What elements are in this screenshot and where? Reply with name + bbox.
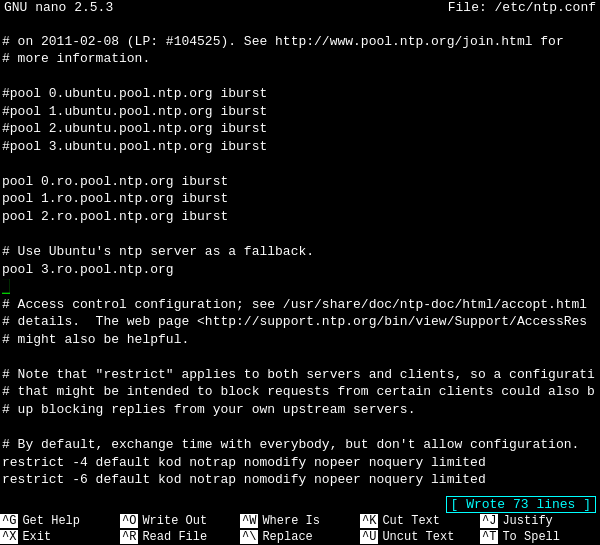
shortcut-key: ^\ xyxy=(240,530,258,544)
shortcut-label: Replace xyxy=(258,530,312,544)
editor-line xyxy=(2,419,598,437)
shortcut-item[interactable]: ^JJustify xyxy=(480,513,600,529)
editor-line: # up blocking replies from your own upst… xyxy=(2,401,598,419)
shortcut-key: ^W xyxy=(240,514,258,528)
shortcut-label: Justify xyxy=(498,514,552,528)
status-message: [ Wrote 73 lines ] xyxy=(446,496,596,513)
shortcut-item[interactable]: ^WWhere Is xyxy=(240,513,360,529)
editor-line: #pool 3.ubuntu.pool.ntp.org iburst xyxy=(2,138,598,156)
editor-line: #pool 0.ubuntu.pool.ntp.org iburst xyxy=(2,85,598,103)
editor-line xyxy=(2,489,598,496)
shortcut-row: ^GGet Help^OWrite Out^WWhere Is^KCut Tex… xyxy=(0,513,600,529)
shortcut-label: Write Out xyxy=(138,514,207,528)
shortcut-item[interactable]: ^RRead File xyxy=(120,529,240,545)
shortcut-row: ^XExit^RRead File^\Replace^UUncut Text^T… xyxy=(0,529,600,545)
shortcut-key: ^J xyxy=(480,514,498,528)
terminal: GNU nano 2.5.3 File: /etc/ntp.conf # on … xyxy=(0,0,600,545)
shortcut-label: Get Help xyxy=(18,514,80,528)
shortcut-label: Uncut Text xyxy=(378,530,454,544)
app-title: GNU nano 2.5.3 xyxy=(4,0,113,15)
shortcut-key: ^K xyxy=(360,514,378,528)
shortcut-key: ^X xyxy=(0,530,18,544)
shortcut-item[interactable]: ^\Replace xyxy=(240,529,360,545)
editor-line xyxy=(2,155,598,173)
shortcut-item[interactable]: ^KCut Text xyxy=(360,513,480,529)
shortcut-key: ^U xyxy=(360,530,378,544)
shortcut-item[interactable]: ^UUncut Text xyxy=(360,529,480,545)
editor-line xyxy=(2,68,598,86)
editor-line: # By default, exchange time with everybo… xyxy=(2,436,598,454)
shortcut-item[interactable]: ^OWrite Out xyxy=(120,513,240,529)
status-bar: [ Wrote 73 lines ] xyxy=(0,496,600,513)
editor-line: #pool 1.ubuntu.pool.ntp.org iburst xyxy=(2,103,598,121)
editor-line: pool 0.ro.pool.ntp.org iburst xyxy=(2,173,598,191)
shortcut-key: ^R xyxy=(120,530,138,544)
editor-line: # details. The web page <http://support.… xyxy=(2,313,598,331)
shortcut-item[interactable]: ^GGet Help xyxy=(0,513,120,529)
editor-area[interactable]: # on 2011-02-08 (LP: #104525). See http:… xyxy=(0,15,600,496)
editor-line: pool 2.ro.pool.ntp.org iburst xyxy=(2,208,598,226)
editor-line: # on 2011-02-08 (LP: #104525). See http:… xyxy=(2,33,598,51)
editor-line xyxy=(2,15,598,33)
shortcut-label: Read File xyxy=(138,530,207,544)
shortcut-label: Exit xyxy=(18,530,51,544)
editor-line xyxy=(2,226,598,244)
editor-line: # Note that "restrict" applies to both s… xyxy=(2,366,598,384)
shortcut-bar: ^GGet Help^OWrite Out^WWhere Is^KCut Tex… xyxy=(0,513,600,545)
editor-line: # Use Ubuntu's ntp server as a fallback. xyxy=(2,243,598,261)
shortcut-label: Cut Text xyxy=(378,514,440,528)
shortcut-item[interactable]: ^XExit xyxy=(0,529,120,545)
file-title: File: /etc/ntp.conf xyxy=(448,0,596,15)
title-bar: GNU nano 2.5.3 File: /etc/ntp.conf xyxy=(0,0,600,15)
editor-line: pool 3.ro.pool.ntp.org xyxy=(2,261,598,279)
editor-line: #pool 2.ubuntu.pool.ntp.org iburst xyxy=(2,120,598,138)
editor-line: restrict -6 default kod notrap nomodify … xyxy=(2,471,598,489)
editor-line: restrict -4 default kod notrap nomodify … xyxy=(2,454,598,472)
editor-line: █ xyxy=(2,278,598,296)
editor-line: # more information. xyxy=(2,50,598,68)
editor-line: # might also be helpful. xyxy=(2,331,598,349)
editor-line xyxy=(2,348,598,366)
shortcut-key: ^G xyxy=(0,514,18,528)
editor-line: # that might be intended to block reques… xyxy=(2,383,598,401)
editor-line: pool 1.ro.pool.ntp.org iburst xyxy=(2,190,598,208)
shortcut-item[interactable]: ^TTo Spell xyxy=(480,529,600,545)
editor-line: # Access control configuration; see /usr… xyxy=(2,296,598,314)
shortcut-label: Where Is xyxy=(258,514,320,528)
shortcut-label: To Spell xyxy=(498,530,560,544)
shortcut-key: ^O xyxy=(120,514,138,528)
shortcut-key: ^T xyxy=(480,530,498,544)
